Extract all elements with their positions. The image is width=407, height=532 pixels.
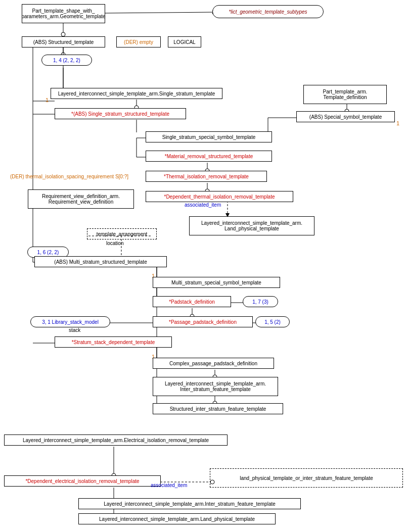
structured-inter-stratum-node: Structured_inter_stratum_feature_templat… xyxy=(153,403,283,414)
der-thermal-label: (DER) thermal_isolation_spacing_requirem… xyxy=(10,174,128,179)
thermal-isolation-node: *Thermal_isolation_removal_template xyxy=(146,171,267,182)
num1-label: 1 xyxy=(46,97,49,103)
stack-label: stack xyxy=(69,327,80,333)
diagram-container: Part_template_shape_with_ parameters_arm… xyxy=(0,0,407,532)
layered-simple-single-node: Layered_interconnect_simple_template_arm… xyxy=(51,88,222,99)
layered-inter-stratum2-node: Layered_interconnect_simple_template_arm… xyxy=(78,498,301,509)
location-label: location xyxy=(106,240,123,246)
stratum-stack-dep-node: *Stratum_stack_dependent_template xyxy=(55,336,172,348)
abs-special-symbol-node: (ABS) Special_symbol_template xyxy=(296,111,395,122)
dep-thermal-node: *Dependent_thermal_isolation_removal_tem… xyxy=(146,191,293,202)
svg-line-0 xyxy=(105,12,216,13)
req-view-def-node: Requirement_view_definition_arm. Require… xyxy=(28,189,134,209)
layered-land-physical2-node: Layered_interconnect_simple_template_arm… xyxy=(78,513,276,524)
abs-single-stratum-node: *(ABS) Single_stratum_structured_templat… xyxy=(55,108,186,119)
padstack-def-node: *Padstack_definition xyxy=(153,296,231,307)
part-template-arm-node: Part_template_arm. Template_definition xyxy=(303,85,387,104)
tuple-152-node: 1, 5 (2) xyxy=(255,316,290,327)
der-empty-node: (DER) empty xyxy=(116,36,161,47)
dep-elec-isolation-node: *Dependent_electrical_isolation_removal_… xyxy=(4,475,161,487)
elec-isolation-removal-node: Layered_interconnect_simple_template_arm… xyxy=(4,434,228,446)
layered-inter-stratum-node: Layered_interconnect_simple_template_arm… xyxy=(153,377,278,396)
lib-stack-model-node: 3, 1 Library_stack_model xyxy=(30,316,110,327)
logical-node: LOGICAL xyxy=(168,36,201,47)
svg-point-3 xyxy=(61,32,65,36)
num1-special-label: 1 xyxy=(396,120,399,126)
associated-item-label1: associated_item xyxy=(185,202,221,208)
abs-structured-node: (ABS) Structured_template xyxy=(22,36,105,47)
part-template-shape-node: Part_template_shape_with_ parameters_arm… xyxy=(22,4,105,23)
multi-stratum-special-node: Multi_stratum_special_symbol_template xyxy=(153,277,280,288)
tuple-1422-node: 1, 4 (2, 2, 2) xyxy=(41,55,92,66)
template-arrangement-box: template_arrangement xyxy=(87,228,157,239)
material-removal-node: *Material_removal_structured_template xyxy=(146,151,272,162)
single-stratum-special-node: Single_stratum_special_symbol_template xyxy=(146,131,272,142)
tuple-173-node: 1, 7 (3) xyxy=(243,296,278,307)
layered-land-physical-node: Layered_interconnect_simple_template_arm… xyxy=(189,216,314,235)
abs-multi-stratum-node: (ABS) Multi_stratum_structured_template xyxy=(34,256,167,267)
list-geometric-node: *lict_geometric_template_subtypes xyxy=(212,5,324,18)
passage-padstack-node: *Passage_padstack_definition xyxy=(153,316,253,327)
land-physical-or-inter-node: land_physical_template_or_inter_stratum_… xyxy=(210,468,403,488)
complex-passage-node: Complex_passage_padstack_definition xyxy=(153,358,274,369)
associated-item-label2: associated_item xyxy=(151,482,187,488)
